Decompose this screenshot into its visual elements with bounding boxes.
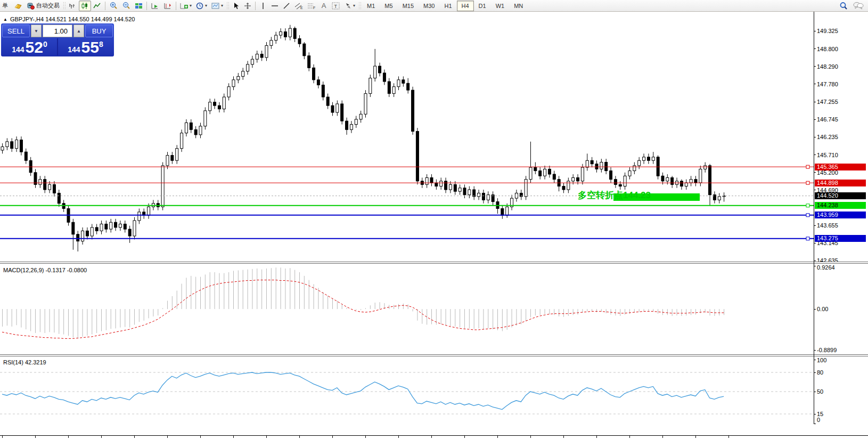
line-chart-button[interactable] xyxy=(91,1,103,11)
text-button[interactable]: A xyxy=(318,1,330,11)
chart-annotation-text[interactable]: 多空转折点144.23 xyxy=(578,189,651,201)
macd-tick-label: 0.00 xyxy=(817,306,828,312)
candlestick-chart-button[interactable] xyxy=(79,1,91,11)
price-tick-label: 147.255 xyxy=(817,99,838,105)
macd-tick-label: 0.9264 xyxy=(817,264,835,271)
templates-button[interactable]: ▾ xyxy=(209,1,225,11)
macd-tick-label: -0.8899 xyxy=(817,347,837,353)
chart-shift-icon xyxy=(163,2,172,10)
buy-price-quote[interactable]: 144 55 8 xyxy=(58,38,113,55)
text-label-button[interactable]: T xyxy=(330,1,342,11)
crosshair-button[interactable] xyxy=(242,1,253,11)
zoom-out-button[interactable] xyxy=(120,1,133,11)
horizontal-line-icon xyxy=(271,2,279,10)
time-tick xyxy=(629,436,630,438)
macd-axis[interactable]: 0.92640.00-0.8899 xyxy=(814,264,868,354)
toolbar-grip3[interactable] xyxy=(358,2,361,10)
time-tick xyxy=(134,436,135,438)
time-tick xyxy=(695,436,696,438)
arrows-dropdown-arrow[interactable]: ▾ xyxy=(353,3,355,8)
macd-canvas[interactable] xyxy=(0,264,814,354)
vertical-line-button[interactable] xyxy=(257,1,269,11)
buy-button[interactable]: BUY xyxy=(85,25,113,37)
price-tick-label: 145.710 xyxy=(817,152,838,158)
text-icon: A xyxy=(322,2,326,10)
equidistant-channel-button[interactable]: E xyxy=(292,1,305,11)
price-chart-canvas[interactable] xyxy=(0,12,814,262)
indicators-button[interactable]: ▾ xyxy=(178,1,194,11)
chart-shift-button[interactable] xyxy=(161,1,174,11)
line-chart-icon xyxy=(93,2,101,10)
timeframe-button-m30[interactable]: M30 xyxy=(419,1,439,11)
toolbar-grip2[interactable] xyxy=(226,2,229,10)
clock-icon xyxy=(196,2,204,10)
price-line-badge-144.238[interactable]: 144.238 xyxy=(815,202,866,209)
rsi-tick-label: 80 xyxy=(817,369,823,376)
order-label: 单 xyxy=(2,2,8,10)
vertical-line-icon xyxy=(260,2,266,10)
price-line-badge-143.275[interactable]: 143.275 xyxy=(815,235,866,242)
trendline-button[interactable] xyxy=(281,1,292,11)
timeframe-button-w1[interactable]: W1 xyxy=(491,1,510,11)
timeframe-button-h1[interactable]: H1 xyxy=(439,1,456,11)
timeframe-button-h4[interactable]: H4 xyxy=(457,1,474,11)
time-tick xyxy=(365,436,366,438)
autotrading-button[interactable]: 自动交易 xyxy=(24,1,62,11)
volume-increase-button[interactable]: ▲ xyxy=(73,25,84,37)
auto-scroll-icon xyxy=(151,2,159,10)
time-tick xyxy=(728,436,729,438)
price-line-badge-144.520[interactable]: 144.520 xyxy=(815,192,866,199)
price-line-badge-143.959[interactable]: 143.959 xyxy=(815,212,866,218)
auto-scroll-button[interactable] xyxy=(149,1,161,11)
search-icon[interactable] xyxy=(839,2,848,10)
timeframe-button-m15[interactable]: M15 xyxy=(398,1,419,11)
time-axis[interactable]: 23 Oct 201824 Oct 20:0026 Oct 04:0029 Oc… xyxy=(0,435,868,439)
indicators-icon xyxy=(180,2,189,10)
price-tick-label: 146.235 xyxy=(817,134,838,140)
rsi-canvas[interactable] xyxy=(0,356,814,424)
time-tick xyxy=(299,436,300,438)
timeframe-button-m1[interactable]: M1 xyxy=(362,1,380,11)
templates-dropdown-arrow[interactable]: ▾ xyxy=(221,3,223,8)
chat-icon[interactable] xyxy=(853,2,864,10)
gold-icon xyxy=(14,2,22,10)
crosshair-icon xyxy=(244,2,251,10)
periods-button[interactable]: ▾ xyxy=(194,1,209,11)
new-order-button[interactable]: 单 xyxy=(0,1,12,11)
zoom-out-icon xyxy=(122,2,130,10)
autotrading-label: 自动交易 xyxy=(36,2,60,10)
price-tick-label: 148.800 xyxy=(817,46,838,52)
price-axis[interactable]: 149.325148.800148.290147.780147.255146.7… xyxy=(814,12,868,262)
cursor-button[interactable] xyxy=(230,1,242,11)
periods-dropdown-arrow[interactable]: ▾ xyxy=(205,3,207,8)
sell-price-main: 144 xyxy=(12,45,24,54)
toolbar-right xyxy=(839,2,868,10)
timeframe-button-mn[interactable]: MN xyxy=(509,1,528,11)
timeframe-button-d1[interactable]: D1 xyxy=(474,1,491,11)
fibonacci-button[interactable]: F xyxy=(305,1,318,11)
zoom-in-button[interactable] xyxy=(107,1,120,11)
time-tick xyxy=(2,436,3,438)
horizontal-line-button[interactable] xyxy=(269,1,281,11)
tile-windows-button[interactable] xyxy=(133,1,145,11)
mt4-window: 单 自动交易 xyxy=(0,0,868,439)
timeframe-button-m5[interactable]: M5 xyxy=(380,1,397,11)
zoom-in-icon xyxy=(109,2,118,10)
sell-price-quote[interactable]: 144 52 0 xyxy=(2,38,57,55)
time-tick xyxy=(662,436,663,438)
channel-icon: E xyxy=(294,2,303,10)
rsi-axis[interactable]: 1008050150 xyxy=(814,356,868,424)
fibonacci-icon: F xyxy=(307,2,316,10)
volume-input[interactable]: 1.00 xyxy=(43,25,72,37)
price-line-badge-144.898[interactable]: 144.898 xyxy=(815,180,866,186)
indicators-dropdown-arrow[interactable]: ▾ xyxy=(190,3,192,8)
time-tick xyxy=(464,436,465,438)
sell-button[interactable]: SELL xyxy=(2,25,30,37)
volume-decrease-button[interactable]: ▼ xyxy=(31,25,42,37)
bar-chart-button[interactable] xyxy=(67,1,79,11)
arrows-button[interactable]: ▾ xyxy=(342,1,357,11)
toolbar-grip[interactable] xyxy=(63,2,65,10)
price-line-badge-145.365[interactable]: 145.365 xyxy=(815,164,866,170)
market-icon[interactable] xyxy=(12,1,24,11)
sell-price-big: 52 xyxy=(26,40,43,55)
